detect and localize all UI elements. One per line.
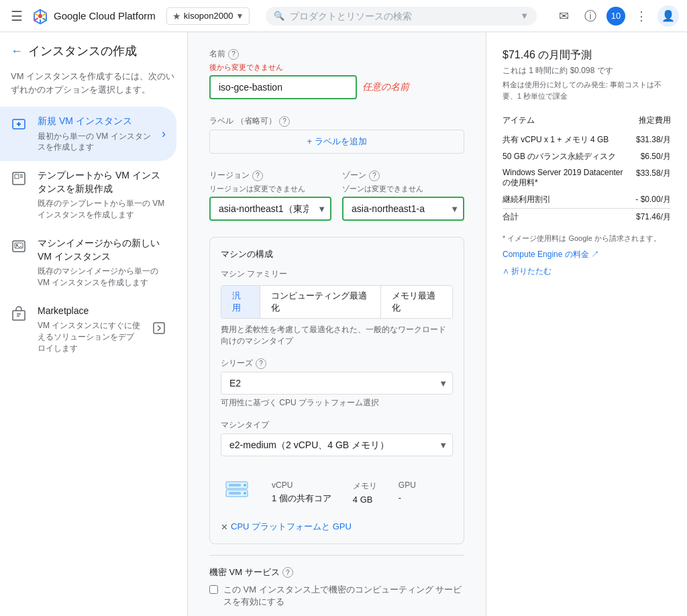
- new-vm-icon: [11, 116, 27, 132]
- label-help-icon[interactable]: ?: [279, 116, 290, 127]
- main-content: 名前 ? 後から変更できません 任意の名前 ラベル （省略可） ? + ラベルを…: [188, 32, 687, 616]
- svg-rect-5: [20, 174, 23, 176]
- project-name: kisopon2000: [184, 11, 233, 21]
- image-vm-icon: [11, 238, 27, 254]
- machine-server-icon: [221, 472, 253, 505]
- cost-note: 料金は使用分に対してのみ発生: 事前コストは不要、1 秒単位で課金: [503, 79, 671, 101]
- cost-items-header: アイテム: [503, 112, 635, 132]
- sidebar-item-image-vm[interactable]: マシンイメージからの新しい VM インスタンス 既存のマシンイメージから単一の …: [0, 229, 176, 297]
- search-input[interactable]: [290, 11, 520, 21]
- marketplace-content: Marketplace VM インスタンスにすぐに使えるソリューションをデプロイ…: [38, 305, 142, 354]
- search-bar[interactable]: 🔍 ▼: [266, 7, 537, 25]
- region-zone-section: リージョン ? リージョンは変更できません asia-northeast1（東京…: [209, 170, 464, 221]
- series-select[interactable]: E2: [221, 372, 453, 395]
- tab-memory-optimized[interactable]: メモリ最適化: [381, 286, 452, 318]
- svg-rect-16: [229, 484, 241, 486]
- cost-item-name: 共有 vCPU x 1 + メモリ 4 GB: [503, 132, 635, 148]
- svg-point-14: [244, 484, 246, 486]
- zone-select[interactable]: asia-northeast1-a: [342, 197, 464, 221]
- cost-item-row: 継続利用割引- $0.00/月: [503, 191, 671, 209]
- template-vm-icon: [11, 170, 27, 187]
- hamburger-icon[interactable]: ☰: [8, 5, 25, 27]
- gcp-logo-icon: [31, 7, 50, 25]
- add-label-button[interactable]: + ラベルを追加: [209, 130, 464, 154]
- region-note: リージョンは変更できません: [209, 184, 331, 194]
- compute-engine-pricing-link[interactable]: Compute Engine の料金 ↗: [503, 249, 671, 260]
- marketplace-icon: [11, 306, 27, 322]
- region-help-icon[interactable]: ?: [252, 170, 263, 181]
- label-section: ラベル （省略可） ? + ラベルを追加: [209, 115, 464, 154]
- marketplace-title: Marketplace: [38, 305, 142, 318]
- collapse-button[interactable]: ∧ 折りたたむ: [503, 266, 671, 277]
- zone-select-wrapper: asia-northeast1-a ▼: [342, 197, 464, 221]
- cost-per-hour: これは 1 時間に約 $0.098 です: [503, 65, 671, 76]
- gcp-logo: Google Cloud Platform: [31, 7, 156, 25]
- cost-cost-header: 推定費用: [635, 112, 671, 132]
- zone-help-icon[interactable]: ?: [369, 170, 380, 181]
- cost-table: アイテム 推定費用 共有 vCPU x 1 + メモリ 4 GB$31.38/月…: [503, 112, 671, 225]
- vcpu-stat: vCPU 1 個の共有コア: [272, 480, 331, 505]
- sidebar-item-marketplace[interactable]: Marketplace VM インスタンスにすぐに使えるソリューションをデプロイ…: [0, 297, 176, 362]
- machine-type-select-wrapper: e2-medium（2 vCPU、4 GB メモリ） ▼: [221, 433, 453, 456]
- machine-family-tabs: 汎用 コンピューティング最適化 メモリ最適化: [221, 285, 453, 319]
- name-section: 名前 ? 後から変更できません 任意の名前: [209, 48, 464, 99]
- series-desc: 可用性に基づく CPU プラットフォーム選択: [221, 397, 453, 409]
- tab-compute-optimized[interactable]: コンピューティング最適化: [260, 286, 382, 318]
- sidebar-item-new-vm[interactable]: 新規 VM インスタンス 最初から単一の VM インスタンスを作成します ›: [0, 107, 176, 161]
- more-options-icon[interactable]: ⋮: [631, 5, 652, 27]
- name-note: 後から変更できません: [209, 62, 464, 72]
- name-input[interactable]: [209, 75, 357, 99]
- svg-point-15: [244, 492, 246, 495]
- series-label: シリーズ ?: [221, 358, 453, 369]
- new-vm-arrow-icon: ›: [162, 127, 166, 141]
- image-vm-content: マシンイメージからの新しい VM インスタンス 既存のマシンイメージから単一の …: [38, 237, 166, 289]
- sidebar-description: VM インスタンスを作成するには、次のいずれかのオプションを選択します。: [0, 70, 187, 107]
- confidential-vm-checkbox[interactable]: [209, 585, 218, 594]
- machine-type-select[interactable]: e2-medium（2 vCPU、4 GB メモリ）: [221, 433, 453, 456]
- cost-total-label: 合計: [503, 209, 635, 226]
- confidential-vm-section: 機密 VM サービス ? この VM インスタンス上で機密のコンピューティング …: [209, 566, 464, 608]
- project-dropdown-icon: ▼: [235, 11, 244, 21]
- template-vm-title: テンプレートから VM インスタンスを新規作成: [38, 169, 166, 195]
- project-selector[interactable]: ★ kisopon2000 ▼: [166, 7, 250, 25]
- series-help-icon[interactable]: ?: [256, 358, 266, 369]
- cost-panel: $71.46 の月間予測 これは 1 時間に約 $0.098 です 料金は使用分…: [486, 32, 687, 616]
- cost-item-row: Windows Server 2019 Datacenter の使用料*$33.…: [503, 165, 671, 191]
- machine-type-label: マシンタイプ: [221, 419, 453, 431]
- label-label: ラベル （省略可） ?: [209, 115, 464, 127]
- machine-config-section: マシンの構成 マシン ファミリー 汎用 コンピューティング最適化 メモリ最適化 …: [209, 237, 464, 544]
- cost-item-cost: - $0.00/月: [635, 191, 671, 209]
- email-icon[interactable]: ✉: [553, 5, 574, 27]
- svg-rect-4: [15, 174, 19, 178]
- machine-config-title: マシンの構成: [221, 248, 453, 260]
- search-dropdown-icon: ▼: [520, 11, 529, 21]
- back-button[interactable]: ←: [11, 44, 23, 58]
- avatar[interactable]: 👤: [657, 5, 679, 27]
- sidebar-item-template-vm[interactable]: テンプレートから VM インスタンスを新規作成 既存のテンプレートから単一の V…: [0, 161, 176, 229]
- series-select-wrapper: E2 ▼: [221, 372, 453, 395]
- cost-item-cost: $31.38/月: [635, 132, 671, 148]
- region-select[interactable]: asia-northeast1（東京）: [209, 197, 331, 221]
- help-icon[interactable]: ⓘ: [580, 5, 601, 27]
- sidebar: ← インスタンスの作成 VM インスタンスを作成するには、次のいずれかのオプショ…: [0, 32, 188, 616]
- confidential-vm-desc: この VM インスタンス上で機密のコンピューティング サービスを有効にする: [223, 584, 464, 608]
- svg-rect-10: [13, 311, 25, 320]
- region-label: リージョン ?: [209, 170, 331, 181]
- search-icon: 🔍: [274, 11, 284, 21]
- cpu-gpu-link[interactable]: ✕ CPU プラットフォームと GPU: [221, 521, 453, 533]
- name-help-icon[interactable]: ?: [228, 49, 239, 60]
- confidential-vm-title: 機密 VM サービス ?: [209, 566, 464, 578]
- new-vm-desc: 最初から単一の VM インスタンスを作成します: [38, 131, 151, 154]
- cost-item-name: Windows Server 2019 Datacenter の使用料*: [503, 165, 635, 191]
- machine-family-desc: 費用と柔軟性を考慮して最適化された、一般的なワークロード向けのマシンタイプ: [221, 324, 453, 347]
- gcp-title: Google Cloud Platform: [54, 10, 156, 21]
- tab-general[interactable]: 汎用: [221, 286, 260, 318]
- gpu-stat: GPU -: [399, 480, 416, 505]
- confidential-vm-help-icon[interactable]: ?: [282, 567, 293, 578]
- notifications-badge[interactable]: 10: [606, 7, 625, 25]
- layout: ← インスタンスの作成 VM インスタンスを作成するには、次のいずれかのオプショ…: [0, 32, 687, 616]
- cost-item-name: 50 GB のバランス永続ディスク: [503, 148, 635, 165]
- template-vm-content: テンプレートから VM インスタンスを新規作成 既存のテンプレートから単一の V…: [38, 169, 166, 221]
- zone-field: ゾーン ? ゾーンは変更できません asia-northeast1-a ▼: [342, 170, 464, 221]
- name-hint: 任意の名前: [362, 81, 409, 93]
